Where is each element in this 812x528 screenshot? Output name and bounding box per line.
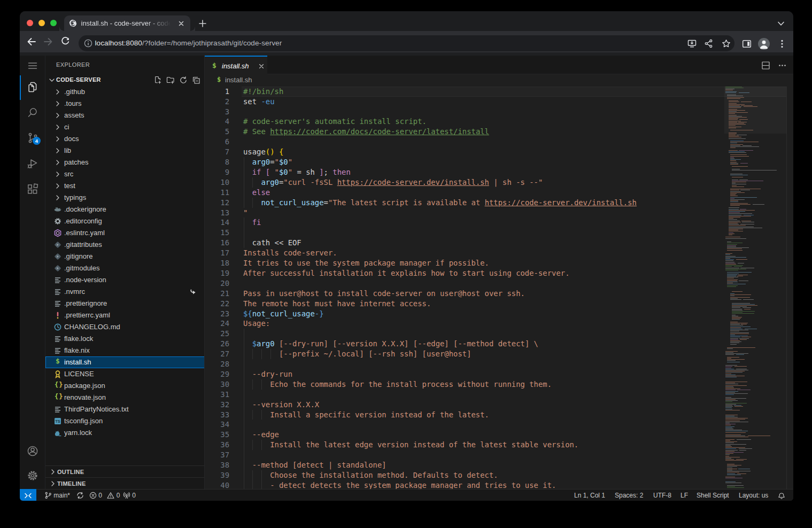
tree-file-package.json[interactable]: {}package.json — [45, 380, 205, 392]
tree-file-prettierrc.yaml[interactable]: .prettierrc.yaml — [45, 309, 205, 321]
forward-icon[interactable] — [43, 37, 53, 46]
tree-file-dockerignore[interactable]: .dockerignore — [45, 204, 205, 215]
tree-file-gitattributes[interactable]: .gitattributes — [45, 239, 205, 251]
run-debug-icon[interactable] — [26, 157, 39, 170]
tree-folder-github[interactable]: .github — [45, 86, 205, 98]
extensions-icon[interactable] — [26, 183, 39, 196]
tree-folder-assets[interactable]: assets — [45, 110, 205, 121]
tab-search-chevron-icon[interactable] — [777, 21, 785, 26]
minimap-line — [736, 369, 747, 369]
site-info-icon[interactable] — [84, 39, 92, 48]
new-tab-icon[interactable] — [199, 20, 206, 27]
problems-item[interactable]: 0 0 — [89, 490, 120, 501]
tree-file-node-version[interactable]: .node-version — [45, 274, 205, 286]
explorer-section-header[interactable]: CODE-SERVER — [45, 74, 205, 86]
git-branch-item[interactable]: main* — [44, 490, 70, 501]
tree-file-yarn.lock[interactable]: yarn.lock — [45, 427, 205, 439]
tree-folder-patches[interactable]: patches — [45, 157, 205, 168]
tree-file-prettierignore[interactable]: .prettierignore — [45, 298, 205, 309]
search-icon[interactable] — [26, 106, 39, 119]
language-mode-item[interactable]: Shell Script — [697, 490, 729, 501]
tree-folder-test[interactable]: test — [45, 180, 205, 192]
tree-folder-docs[interactable]: docs — [45, 133, 205, 145]
traffic-light-close[interactable] — [27, 20, 33, 26]
traffic-light-fullscreen[interactable] — [50, 20, 57, 26]
minimap-line — [730, 332, 749, 333]
tree-file-LICENSE[interactable]: LICENSE — [45, 368, 205, 380]
editor-tab-close-icon[interactable] — [258, 63, 265, 70]
chevron-right-icon — [53, 158, 62, 167]
browser-tab[interactable]: install.sh - code-server - code-server — [64, 15, 190, 31]
minimap[interactable] — [724, 87, 786, 489]
minimap-line — [725, 452, 744, 453]
tree-file-editorconfig[interactable]: .editorconfig — [45, 215, 205, 227]
tree-file-eslintrc.yaml[interactable]: .eslintrc.yaml — [45, 227, 205, 239]
tree-file-nvmrc[interactable]: .nvmrc — [45, 286, 205, 298]
browser-menu-kebab-icon[interactable] — [777, 39, 787, 49]
sync-changes-item[interactable] — [76, 490, 84, 501]
tree-file-flake.lock[interactable]: flake.lock — [45, 333, 205, 345]
collapse-folders-icon[interactable] — [192, 76, 200, 84]
install-app-icon[interactable] — [687, 39, 697, 48]
split-editor-icon[interactable] — [761, 61, 770, 70]
line-number: 23 — [205, 309, 229, 319]
tree-folder-tours[interactable]: .tours — [45, 98, 205, 110]
minimap-line — [725, 397, 731, 398]
editor-tab-install-sh[interactable]: $ install.sh — [205, 56, 267, 74]
breadcrumbs[interactable]: $ install.sh — [205, 74, 793, 86]
tree-file-gitignore[interactable]: .gitignore — [45, 251, 205, 262]
outline-pane-header[interactable]: OUTLINE — [45, 465, 205, 477]
encoding-item[interactable]: UTF-8 — [653, 490, 671, 501]
timeline-pane-header[interactable]: TIMELINE — [45, 477, 205, 489]
tree-file-gitmodules[interactable]: .gitmodules — [45, 262, 205, 274]
tree-folder-typings[interactable]: typings — [45, 192, 205, 204]
editor-more-actions-icon[interactable] — [778, 61, 787, 70]
eol-item[interactable]: LF — [680, 490, 688, 501]
menu-hamburger-icon[interactable] — [26, 59, 39, 72]
traffic-light-minimize[interactable] — [38, 20, 45, 26]
code-token: () { — [266, 147, 283, 156]
indentation-item[interactable]: Spaces: 2 — [615, 490, 643, 501]
remote-indicator[interactable] — [20, 489, 36, 501]
ports-item[interactable]: 0 — [123, 490, 136, 501]
reload-icon[interactable] — [60, 37, 70, 46]
minimap-line — [725, 383, 735, 383]
code-token: # code-server's automatic install script… — [243, 117, 427, 126]
refresh-explorer-icon[interactable] — [179, 76, 188, 84]
line-number: 33 — [205, 410, 229, 420]
url-text[interactable]: localhost:8080/?folder=/home/jothiprasat… — [95, 39, 282, 47]
cursor-position-item[interactable]: Ln 1, Col 1 — [574, 490, 605, 501]
address-bar[interactable]: localhost:8080/?folder=/home/jothiprasat… — [79, 35, 734, 51]
side-panel-icon[interactable] — [742, 39, 752, 49]
account-icon[interactable] — [26, 445, 39, 457]
minimap-line — [725, 386, 733, 387]
tree-folder-src[interactable]: src — [45, 168, 205, 180]
tree-file-tsconfig.json[interactable]: TStsconfig.json — [45, 415, 205, 427]
minimap-line — [725, 387, 734, 388]
code-editor[interactable]: 1234567891011121314151617181920212223242… — [205, 87, 793, 489]
layout-item[interactable]: Layout: us — [739, 490, 768, 501]
tree-file-flake.nix[interactable]: flake.nix — [45, 345, 205, 356]
code-token — [243, 339, 252, 348]
settings-gear-icon[interactable] — [26, 469, 39, 482]
tree-file-ThirdPartyNotices.txt[interactable]: ThirdPartyNotices.txt — [45, 403, 205, 415]
bookmark-star-icon[interactable] — [722, 39, 731, 48]
tree-folder-lib[interactable]: lib — [45, 145, 205, 157]
browser-profile-avatar[interactable] — [758, 38, 770, 50]
git-file-icon — [53, 264, 62, 273]
back-icon[interactable] — [27, 37, 36, 46]
tree-file-renovate.json[interactable]: {}renovate.json — [45, 392, 205, 403]
new-folder-icon[interactable] — [166, 76, 175, 84]
share-icon[interactable] — [704, 39, 713, 48]
minimap-line — [730, 344, 737, 345]
new-file-icon[interactable] — [153, 76, 162, 84]
tab-close-icon[interactable] — [177, 20, 185, 27]
tree-file-CHANGELOG.md[interactable]: CHANGELOG.md — [45, 321, 205, 333]
tree-file-install.sh[interactable]: $install.sh — [45, 356, 205, 368]
cursor-position-label: Ln 1, Col 1 — [574, 492, 605, 499]
tree-folder-ci[interactable]: ci — [45, 121, 205, 133]
tree-item-label: .prettierignore — [64, 299, 107, 307]
explorer-icon[interactable] — [26, 81, 39, 94]
chevron-right-icon — [49, 468, 57, 476]
notifications-bell-icon[interactable] — [778, 492, 785, 499]
